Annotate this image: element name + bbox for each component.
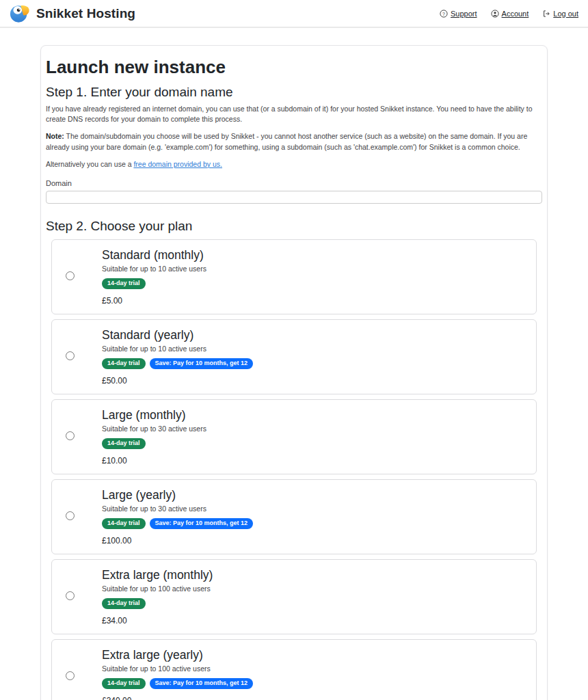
plan-name: Large (monthly) [102, 408, 186, 422]
domain-label: Domain [46, 179, 542, 187]
plan-option-large-monthly[interactable]: Large (monthly) Suitable for up to 30 ac… [51, 399, 537, 474]
plan-price: £10.00 [102, 456, 127, 466]
save-badge: Save: Pay for 10 months, get 12 [150, 518, 254, 529]
plan-radio[interactable] [66, 671, 75, 680]
plan-option-standard-monthly[interactable]: Standard (monthly) Suitable for up to 10… [51, 239, 537, 314]
plan-body: Large (monthly) Suitable for up to 30 ac… [102, 400, 206, 474]
launch-instance-card: Launch new instance Step 1. Enter your d… [40, 45, 548, 700]
plan-list: Standard (monthly) Suitable for up to 10… [51, 239, 537, 700]
trial-badge: 14-day trial [102, 358, 146, 369]
trial-badge: 14-day trial [102, 518, 146, 529]
step2-heading: Step 2. Choose your plan [46, 219, 542, 234]
account-link[interactable]: Account [491, 10, 529, 18]
save-badge: Save: Pay for 10 months, get 12 [150, 358, 254, 369]
radio-column [52, 511, 102, 523]
plan-price: £34.00 [102, 616, 127, 625]
page-title: Launch new instance [46, 57, 542, 78]
plan-name: Large (yearly) [102, 488, 176, 502]
plan-price: £340.00 [102, 696, 131, 700]
question-circle-icon: ? [440, 10, 448, 18]
person-circle-icon [491, 10, 499, 18]
plan-radio[interactable] [66, 271, 75, 280]
plan-badges: 14-day trial [102, 598, 146, 609]
plan-radio[interactable] [66, 431, 75, 440]
plan-radio[interactable] [66, 511, 75, 520]
plan-description: Suitable for up to 100 active users [102, 664, 211, 673]
plan-option-standard-yearly[interactable]: Standard (yearly) Suitable for up to 10 … [51, 319, 537, 394]
plan-badges: 14-day trial [102, 278, 146, 289]
plan-option-extra-large-monthly[interactable]: Extra large (monthly) Suitable for up to… [51, 559, 537, 634]
account-label: Account [502, 10, 529, 18]
plan-description: Suitable for up to 10 active users [102, 265, 206, 273]
radio-column [52, 271, 102, 283]
plan-badges: 14-day trial [102, 438, 146, 449]
plan-description: Suitable for up to 30 active users [102, 504, 206, 513]
trial-badge: 14-day trial [102, 438, 146, 449]
plan-body: Extra large (monthly) Suitable for up to… [102, 560, 213, 634]
alt-prefix: Alternatively you can use a [46, 160, 133, 168]
plan-price: £5.00 [102, 296, 122, 306]
header-nav: ? Support Account Log out [426, 10, 578, 18]
plan-badges: 14-day trial Save: Pay for 10 months, ge… [102, 678, 253, 689]
plan-body: Extra large (yearly) Suitable for up to … [102, 640, 253, 700]
step1-paragraph: If you have already registered an intern… [46, 104, 542, 124]
plan-price: £50.00 [102, 376, 127, 386]
svg-text:?: ? [442, 11, 445, 16]
support-link[interactable]: ? Support [440, 10, 477, 18]
note-text: The domain/subdomain you choose will be … [46, 132, 527, 150]
domain-input[interactable] [46, 191, 542, 204]
plan-description: Suitable for up to 100 active users [102, 584, 211, 593]
radio-column [52, 591, 102, 603]
plan-description: Suitable for up to 30 active users [102, 425, 206, 433]
brand-title: Snikket Hosting [36, 6, 135, 21]
plan-name: Extra large (monthly) [102, 568, 213, 582]
trial-badge: 14-day trial [102, 678, 146, 689]
plan-body: Standard (monthly) Suitable for up to 10… [102, 240, 206, 314]
plan-radio[interactable] [66, 591, 75, 600]
logout-label: Log out [553, 10, 578, 18]
logout-link[interactable]: Log out [542, 10, 578, 18]
plan-description: Suitable for up to 10 active users [102, 345, 206, 353]
radio-column [52, 431, 102, 443]
note-label: Note: [46, 132, 64, 140]
support-label: Support [451, 10, 477, 18]
brand: Snikket Hosting [10, 3, 135, 24]
plan-badges: 14-day trial Save: Pay for 10 months, ge… [102, 518, 253, 529]
plan-option-extra-large-yearly[interactable]: Extra large (yearly) Suitable for up to … [51, 639, 537, 700]
app-header: Snikket Hosting ? Support Account [0, 0, 588, 28]
plan-option-large-yearly[interactable]: Large (yearly) Suitable for up to 30 act… [51, 479, 537, 554]
plan-body: Large (yearly) Suitable for up to 30 act… [102, 480, 253, 554]
radio-column [52, 671, 102, 683]
step1-note: Note: The domain/subdomain you choose wi… [46, 131, 542, 152]
radio-column [52, 351, 102, 363]
plan-radio[interactable] [66, 351, 75, 360]
save-badge: Save: Pay for 10 months, get 12 [150, 678, 254, 689]
logout-icon [542, 10, 550, 18]
step1-alternative: Alternatively you can use a free domain … [46, 159, 542, 170]
plan-price: £100.00 [102, 536, 131, 546]
plan-name: Standard (yearly) [102, 328, 193, 342]
free-domain-link[interactable]: free domain provided by us. [133, 160, 222, 168]
plan-name: Extra large (yearly) [102, 648, 203, 662]
trial-badge: 14-day trial [102, 598, 146, 609]
plan-body: Standard (yearly) Suitable for up to 10 … [102, 320, 253, 394]
plan-name: Standard (monthly) [102, 248, 204, 262]
step1-heading: Step 1. Enter your domain name [46, 85, 542, 100]
plan-badges: 14-day trial Save: Pay for 10 months, ge… [102, 358, 253, 369]
snikket-parrot-logo [10, 3, 30, 24]
trial-badge: 14-day trial [102, 278, 146, 289]
